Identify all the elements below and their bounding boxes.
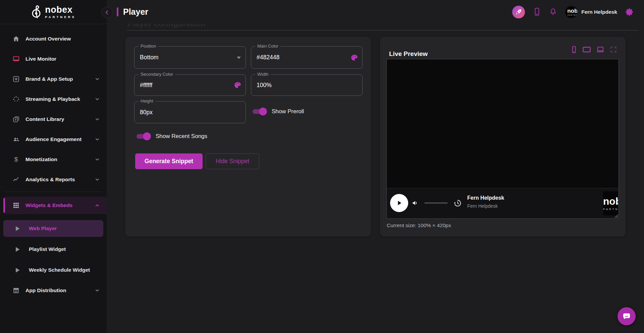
- chevron-left-icon: [105, 10, 109, 15]
- show-recent-songs-toggle[interactable]: Show Recent Songs: [136, 132, 207, 140]
- sidebar-item-brand-app-setup[interactable]: Brand & App Setup: [0, 71, 107, 87]
- palette-icon[interactable]: [350, 54, 358, 62]
- live-preview-title: Live Preview: [389, 50, 428, 58]
- app-setup-icon: [12, 75, 20, 83]
- height-input[interactable]: [135, 102, 246, 123]
- people-icon: [12, 135, 20, 143]
- sidebar-item-label: Web Player: [29, 225, 57, 231]
- sidebar-item-label: Analytics & Reports: [25, 177, 95, 183]
- height-field: Height: [134, 101, 246, 123]
- preview-device-switcher: [570, 46, 617, 54]
- library-icon: [12, 115, 20, 123]
- play-icon: [15, 247, 20, 252]
- position-select[interactable]: Position Bottom: [134, 46, 246, 69]
- brand-subname: PARTNERS: [45, 15, 76, 19]
- sidebar-item-weekly-schedule-widget[interactable]: Weekly Schedule Widget: [3, 262, 103, 278]
- sidebar-item-label: App Distribution: [25, 287, 95, 293]
- live-preview-card: Live Preview: [380, 37, 626, 237]
- sidebar-item-app-distribution[interactable]: App Distribution: [0, 282, 107, 298]
- user-menu[interactable]: nobex PARTNERS Fern Helpdesk: [565, 6, 617, 18]
- sidebar-item-widgets-embeds[interactable]: Widgets & Embeds: [3, 197, 107, 214]
- chevron-down-icon: [95, 117, 100, 122]
- chevron-down-icon: [95, 76, 100, 82]
- volume-slider[interactable]: [424, 202, 448, 204]
- mobile-app-button[interactable]: [533, 8, 541, 16]
- preview-fullscreen-button[interactable]: [610, 46, 617, 53]
- sidebar-item-label: Brand & App Setup: [25, 76, 95, 82]
- hide-snippet-button[interactable]: Hide Snippet: [206, 153, 259, 169]
- show-preroll-toggle[interactable]: Show Preroll: [252, 108, 304, 116]
- rocket-button[interactable]: [512, 6, 525, 18]
- sidebar-item-label: Content Library: [25, 116, 95, 122]
- preview-mobile-button[interactable]: [570, 46, 578, 54]
- play-icon: [396, 200, 402, 206]
- sidebar-collapse-button[interactable]: [101, 7, 113, 18]
- play-button[interactable]: [390, 194, 408, 212]
- main-color-input[interactable]: [251, 47, 362, 68]
- content-divider: [127, 30, 638, 30]
- streaming-icon: [12, 95, 20, 103]
- play-icon: [15, 226, 20, 231]
- sidebar-item-label: Playlist Widget: [29, 246, 66, 252]
- secondary-color-input[interactable]: [135, 75, 246, 95]
- settings-button[interactable]: [625, 8, 634, 16]
- width-input[interactable]: [251, 75, 362, 95]
- chat-bubble-icon: [622, 312, 631, 321]
- station-logo: nobex PARTNERS: [603, 191, 618, 215]
- current-size-label: Current size: 100% × 420px: [387, 222, 451, 228]
- sidebar-item-content-library[interactable]: Content Library: [0, 111, 107, 127]
- gear-icon: [625, 8, 634, 16]
- track-meta: Fern Helpdesk Fern Helpdesk: [467, 195, 504, 209]
- treble-clef-icon: [31, 5, 42, 19]
- chevron-up-icon: [95, 203, 100, 208]
- station-logo-text: nobex: [603, 196, 618, 206]
- play-icon: [15, 267, 20, 273]
- sidebar-item-label: Weekly Schedule Widget: [29, 267, 90, 273]
- sidebar-item-label: Account Overview: [25, 36, 100, 42]
- sidebar-item-streaming-playback[interactable]: Streaming & Playback: [0, 91, 107, 107]
- top-header: Player nobex PARTNERS Fern Helpdesk: [107, 0, 644, 24]
- preview-desktop-button[interactable]: [596, 46, 605, 54]
- store-icon: [12, 286, 20, 294]
- sidebar-item-label: Monetization: [25, 156, 95, 162]
- main-content: Player configuration Position Bottom Mai…: [107, 24, 644, 333]
- grid-icon: [12, 201, 20, 209]
- chevron-down-icon: [95, 96, 100, 102]
- preview-player-bar: Fern Helpdesk Fern Helpdesk nobex PARTNE…: [387, 188, 619, 218]
- preview-tablet-button[interactable]: [582, 46, 591, 54]
- dropdown-caret-icon: [237, 57, 241, 59]
- brand-name: nobex: [45, 5, 76, 14]
- avatar-logo-subtext: PARTNERS: [565, 14, 577, 16]
- sidebar-item-label: Streaming & Playback: [25, 96, 95, 102]
- bell-icon: [549, 8, 557, 16]
- generate-snippet-button[interactable]: Generate Snippet: [135, 153, 203, 169]
- secondary-color-field: Secondary Color: [134, 74, 246, 96]
- sidebar-item-live-monitor[interactable]: Live Monitor: [0, 51, 107, 67]
- sidebar-item-account-overview[interactable]: Account Overview: [0, 31, 107, 47]
- sidebar-item-label: Widgets & Embeds: [25, 202, 95, 208]
- sidebar-item-monetization[interactable]: $ Monetization: [0, 151, 107, 168]
- sidebar-item-analytics-reports[interactable]: Analytics & Reports: [0, 172, 107, 188]
- sidebar-item-label: Live Monitor: [25, 56, 100, 62]
- notifications-button[interactable]: [549, 8, 557, 16]
- volume-button[interactable]: [411, 199, 419, 207]
- sidebar-item-label: Audience Engagement: [25, 136, 95, 142]
- chevron-down-icon: [95, 177, 100, 182]
- main-color-field: Main Color: [251, 46, 363, 69]
- toggle-on-icon: [252, 108, 267, 116]
- brand-logo[interactable]: nobex PARTNERS: [0, 0, 107, 24]
- history-button[interactable]: [453, 199, 462, 208]
- track-title: Fern Helpdesk: [467, 195, 504, 201]
- dollar-icon: $: [12, 155, 20, 163]
- analytics-icon: [12, 176, 20, 184]
- user-name: Fern Helpdesk: [581, 9, 617, 15]
- sidebar-item-web-player[interactable]: Web Player: [3, 220, 103, 237]
- sidebar-item-audience-engagement[interactable]: Audience Engagement: [0, 131, 107, 147]
- chevron-down-icon: [95, 288, 100, 293]
- chat-launcher-button[interactable]: [618, 307, 636, 325]
- sidebar-item-playlist-widget[interactable]: Playlist Widget: [3, 241, 103, 258]
- sidebar-nav: Account Overview Live Monitor Brand & Ap…: [0, 24, 107, 298]
- resize-grip[interactable]: [614, 214, 618, 218]
- station-logo-subtext: PARTNERS: [603, 208, 618, 211]
- palette-icon[interactable]: [233, 81, 241, 89]
